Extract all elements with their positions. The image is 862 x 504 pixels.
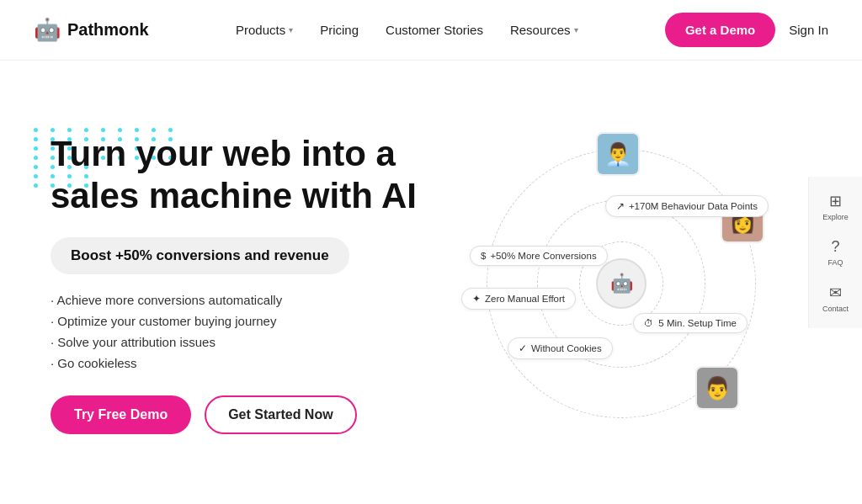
nav-resources[interactable]: Resources ▾: [498, 16, 590, 44]
diagram: 🤖 👨‍💼 👩 👨 $ +50% More Conversions ↗ +170…: [461, 115, 781, 452]
dot: [168, 128, 173, 132]
sidebar-faq[interactable]: ? FAQ: [817, 230, 853, 275]
navbar: 🤖 Pathmonk Products ▾ Pricing Customer S…: [0, 0, 862, 61]
dot: [34, 146, 38, 151]
dot: [51, 128, 55, 132]
nav-customer-stories[interactable]: Customer Stories: [374, 16, 495, 44]
hero-headline-bold: sales machine with AI: [51, 176, 417, 215]
dot: [118, 128, 122, 132]
hero-right: 🤖 👨‍💼 👩 👨 $ +50% More Conversions ↗ +170…: [431, 107, 811, 460]
hero-section: // dots rendered below Turn your web int…: [0, 61, 862, 498]
right-sidebar: ⊞ Explore ? FAQ ✉ Contact: [808, 177, 862, 328]
dot: [135, 128, 139, 132]
dot: [84, 128, 88, 132]
get-demo-button[interactable]: Get a Demo: [665, 13, 775, 47]
dot: [152, 128, 156, 132]
sidebar-explore[interactable]: ⊞ Explore: [812, 183, 859, 230]
bullet-2: Optimize your customer buying journey: [51, 314, 431, 328]
hero-subheading: Boost +50% conversions and revenue: [51, 237, 349, 274]
chevron-down-icon: ▾: [289, 25, 293, 34]
chart-icon: ↗: [616, 200, 625, 212]
sign-in-button[interactable]: Sign In: [789, 23, 828, 37]
mail-icon: ✉: [829, 284, 842, 302]
chevron-down-icon: ▾: [574, 25, 578, 34]
hero-headline: Turn your web into a sales machine with …: [51, 133, 431, 218]
dot: [34, 183, 38, 188]
check-icon: ✓: [519, 342, 527, 354]
try-demo-button[interactable]: Try Free Demo: [51, 395, 191, 434]
tag-setup-time: ⏱ 5 Min. Setup Time: [633, 313, 748, 333]
question-icon: ?: [831, 238, 839, 256]
sidebar-contact[interactable]: ✉ Contact: [812, 275, 859, 321]
nav-products[interactable]: Products ▾: [224, 16, 305, 44]
get-started-button[interactable]: Get Started Now: [205, 395, 356, 434]
hero-bullets: Achieve more conversions automatically O…: [51, 293, 431, 370]
dot: [101, 128, 105, 132]
bullet-4: Go cookieless: [51, 356, 431, 370]
hero-buttons: Try Free Demo Get Started Now: [51, 395, 431, 434]
nav-links: Products ▾ Pricing Customer Stories Reso…: [224, 16, 590, 44]
nav-pricing[interactable]: Pricing: [308, 16, 370, 44]
tag-manual-effort: ✦ Zero Manual Effort: [461, 288, 576, 310]
avatar-bottom-right: 👨: [695, 366, 739, 410]
bullet-1: Achieve more conversions automatically: [51, 293, 431, 307]
bullet-3: Solve your attribution issues: [51, 335, 431, 349]
logo-icon: 🤖: [34, 17, 61, 43]
dot: [34, 128, 38, 132]
tag-conversions: $ +50% More Conversions: [470, 246, 608, 266]
dot: [67, 128, 72, 132]
clock-icon: ⏱: [644, 318, 654, 328]
sparkle-icon: ✦: [472, 293, 481, 305]
logo-text: Pathmonk: [67, 20, 149, 40]
dollar-icon: $: [481, 251, 486, 261]
tag-data-points: ↗ +170M Behaviour Data Points: [605, 195, 769, 217]
avatar-top: 👨‍💼: [596, 132, 640, 176]
grid-icon: ⊞: [829, 192, 842, 210]
nav-right: Get a Demo Sign In: [665, 13, 828, 47]
logo[interactable]: 🤖 Pathmonk: [34, 17, 149, 43]
dot: [34, 165, 38, 169]
hero-left: Turn your web into a sales machine with …: [51, 133, 431, 435]
center-bot-icon: 🤖: [596, 258, 646, 309]
dot: [34, 156, 38, 160]
dot: [34, 137, 38, 141]
dot: [34, 174, 38, 178]
tag-cookies: ✓ Without Cookies: [508, 337, 613, 359]
